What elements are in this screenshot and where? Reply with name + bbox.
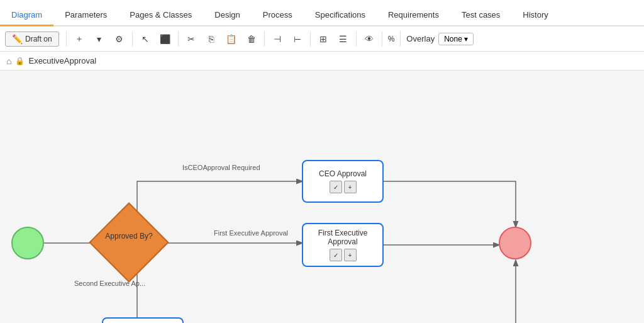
list-button[interactable]: ☰ — [334, 30, 353, 48]
tab-parameters[interactable]: Parameters — [53, 5, 118, 26]
stamp-icon: ⬛ — [160, 34, 170, 44]
page-title: ExecutiveApproval — [28, 56, 96, 65]
diagram-container: Approved By? CEO Approval ✓ + First Exec… — [0, 71, 644, 323]
diagram-canvas[interactable]: Approved By? CEO Approval ✓ + First Exec… — [0, 71, 644, 323]
paste-button[interactable]: 📋 — [222, 30, 241, 48]
delete-button[interactable]: 🗑 — [242, 30, 261, 48]
delete-icon: 🗑 — [247, 34, 256, 44]
separator-2 — [132, 31, 133, 47]
chevron-down-icon: ▾ — [97, 34, 101, 44]
overlay-label: Overlay — [406, 34, 435, 43]
table-icon: ⊞ — [319, 34, 327, 44]
second-exec-approval-task[interactable]: Second ExecutiveApproval ✓ + — [102, 317, 184, 323]
ceo-task-icon-check: ✓ — [330, 181, 342, 193]
ceo-task-icons: ✓ + — [330, 181, 357, 193]
nav-tabs: Diagram Parameters Pages & Classes Desig… — [0, 0, 644, 26]
table-button[interactable]: ⊞ — [314, 30, 333, 48]
stamp-button[interactable]: ⬛ — [156, 30, 175, 48]
gear-icon: ⚙ — [115, 34, 123, 44]
chevron-down-icon-overlay: ▾ — [464, 35, 468, 43]
add-button[interactable]: ＋ — [70, 30, 89, 48]
arrow-label-ceo: IsCEOApproval Required — [182, 164, 260, 171]
tab-test-cases[interactable]: Test cases — [450, 5, 511, 26]
separator-5 — [310, 31, 311, 47]
align-left-icon: ⊣ — [274, 34, 281, 44]
cursor-icon: ↖ — [142, 34, 149, 44]
zoom-percent: % — [386, 33, 397, 45]
tab-design[interactable]: Design — [203, 5, 251, 26]
gateway-diamond[interactable] — [89, 202, 169, 282]
copy-icon: ⎘ — [209, 34, 214, 44]
lock-icon: 🔒 — [15, 57, 25, 65]
paste-icon: 📋 — [226, 34, 236, 44]
separator-6 — [356, 31, 357, 47]
list-icon: ☰ — [339, 34, 347, 44]
separator-7 — [382, 31, 382, 47]
tab-requirements[interactable]: Requirements — [377, 5, 450, 26]
tab-specifications[interactable]: Specifications — [304, 5, 377, 26]
arrow-label-first-exec: First Executive Approval — [214, 229, 288, 237]
ceo-approval-label: CEO Approval — [319, 169, 367, 178]
tab-pages-classes[interactable]: Pages & Classes — [118, 5, 203, 26]
draft-button[interactable]: ✏️ Draft on — [5, 31, 59, 47]
copy-button[interactable]: ⎘ — [202, 30, 221, 48]
align-left-button[interactable]: ⊣ — [268, 30, 287, 48]
tab-process[interactable]: Process — [252, 5, 304, 26]
arrow-label-second-exec: Second Executive Ap... — [74, 280, 145, 287]
separator-1 — [66, 31, 67, 47]
percent-symbol: % — [388, 35, 395, 43]
draft-label: Draft on — [25, 35, 52, 43]
first-exec-approval-task[interactable]: First Executive Approval ✓ + — [302, 223, 384, 267]
edit-icon: ✏️ — [12, 34, 23, 44]
first-exec-icon-check: ✓ — [330, 249, 342, 261]
separator-3 — [178, 31, 179, 47]
select-button[interactable]: ↖ — [136, 30, 155, 48]
first-exec-icon-plus: + — [344, 249, 357, 261]
end-node[interactable] — [499, 227, 531, 259]
ceo-task-icon-plus: + — [344, 181, 357, 193]
plus-icon: ＋ — [75, 33, 84, 45]
align-right-button[interactable]: ⊢ — [288, 30, 307, 48]
cut-button[interactable]: ✂ — [182, 30, 201, 48]
tab-history[interactable]: History — [511, 5, 559, 26]
first-exec-label: First Executive Approval — [318, 229, 368, 246]
separator-8 — [400, 31, 401, 47]
scissors-icon: ✂ — [187, 34, 195, 44]
separator-4 — [264, 31, 265, 47]
toolbar: ✏️ Draft on ＋ ▾ ⚙ ↖ ⬛ ✂ ⎘ 📋 🗑 ⊣ ⊢ ⊞ ☰ — [0, 26, 644, 52]
settings-button[interactable]: ⚙ — [110, 30, 129, 48]
home-icon[interactable]: ⌂ — [6, 56, 11, 66]
tab-diagram[interactable]: Diagram — [0, 5, 53, 26]
align-right-icon: ⊢ — [294, 34, 301, 44]
ceo-approval-task[interactable]: CEO Approval ✓ + — [302, 160, 384, 203]
start-node[interactable] — [11, 227, 44, 259]
overlay-select[interactable]: None ▾ — [438, 33, 474, 45]
breadcrumb-bar: ⌂ 🔒 ExecutiveApproval — [0, 52, 644, 71]
eye-button[interactable]: 👁 — [360, 30, 379, 48]
gateway-label: Approved By? — [93, 232, 165, 241]
add-dropdown-button[interactable]: ▾ — [90, 30, 109, 48]
overlay-value: None — [444, 35, 462, 43]
first-exec-task-icons: ✓ + — [330, 249, 357, 261]
eye-icon: 👁 — [365, 34, 374, 44]
